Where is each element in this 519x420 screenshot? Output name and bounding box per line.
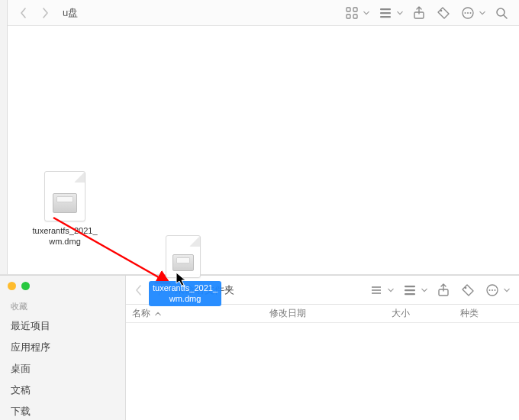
svg-point-12 — [470, 12, 472, 14]
svg-point-11 — [467, 12, 469, 14]
ellipsis-circle-icon — [461, 6, 475, 20]
dmg-file-icon — [44, 171, 85, 221]
chevron-down-icon[interactable] — [363, 10, 369, 16]
column-label-name: 名称 — [132, 307, 150, 320]
source-finder-window: u盘 — [0, 0, 519, 275]
tags-button[interactable] — [459, 282, 476, 299]
column-header-name[interactable]: 名称 — [132, 307, 269, 320]
back-button[interactable] — [17, 6, 31, 20]
svg-line-14 — [504, 15, 507, 18]
window1-toolbar: u盘 — [8, 0, 519, 26]
group-icon — [379, 6, 392, 20]
traffic-lights — [0, 282, 125, 298]
list-icon — [369, 283, 383, 297]
more-button[interactable] — [459, 5, 476, 21]
group-button[interactable] — [377, 5, 394, 21]
dragged-file-label: tuxerantfs_2021_ wm.dmg — [149, 281, 221, 306]
grid-icon — [345, 6, 359, 20]
dmg-file-icon — [166, 235, 201, 278]
svg-point-27 — [495, 289, 496, 291]
column-header-date[interactable]: 修改日期 — [269, 307, 392, 320]
minimize-button[interactable] — [8, 282, 16, 290]
window1-title: u盘 — [63, 6, 78, 20]
svg-point-8 — [440, 9, 443, 11]
svg-rect-1 — [353, 8, 357, 11]
ellipsis-circle-icon — [485, 283, 499, 297]
column-headers: 名称 修改日期 大小 种类 — [126, 305, 519, 323]
forward-button[interactable] — [38, 6, 52, 20]
share-icon — [412, 6, 426, 20]
chevron-down-icon[interactable] — [388, 287, 394, 293]
search-icon — [495, 6, 508, 20]
chevron-down-icon[interactable] — [504, 287, 510, 293]
search-button[interactable] — [493, 5, 510, 21]
destination-finder-window: 收藏 最近项目 应用程序 桌面 文稿 下载 未命名文件夹 — [0, 275, 519, 420]
svg-rect-2 — [347, 15, 350, 18]
tag-icon — [437, 6, 450, 20]
group-button[interactable] — [401, 282, 418, 299]
column-header-kind[interactable]: 种类 — [460, 307, 519, 320]
sidebar-item-recents[interactable]: 最近项目 — [0, 315, 125, 337]
window2-file-list[interactable] — [126, 323, 519, 420]
sidebar-item-downloads[interactable]: 下载 — [0, 401, 125, 420]
chevron-left-icon — [20, 8, 27, 18]
sidebar-section-favorites: 收藏 — [0, 298, 125, 315]
chevron-down-icon[interactable] — [479, 10, 485, 16]
svg-rect-6 — [380, 16, 391, 18]
svg-rect-19 — [405, 286, 415, 287]
window2-sidebar: 收藏 最近项目 应用程序 桌面 文稿 下载 — [0, 276, 126, 420]
zoom-button[interactable] — [21, 282, 30, 290]
share-button[interactable] — [411, 5, 427, 21]
icon-view-button[interactable] — [343, 5, 360, 21]
list-view-button[interactable] — [368, 282, 385, 299]
sidebar-item-desktop[interactable]: 桌面 — [0, 358, 125, 380]
svg-rect-3 — [353, 15, 357, 18]
column-header-size[interactable]: 大小 — [392, 307, 460, 320]
chevron-down-icon[interactable] — [421, 287, 427, 293]
chevron-left-icon — [135, 285, 143, 296]
tag-icon — [461, 283, 475, 297]
svg-point-26 — [492, 289, 493, 291]
sidebar-item-applications[interactable]: 应用程序 — [0, 337, 125, 358]
share-button[interactable] — [435, 282, 452, 299]
chevron-right-icon — [41, 8, 49, 18]
back-button[interactable] — [132, 283, 146, 297]
window1-main: u盘 — [8, 0, 519, 274]
dragged-file[interactable]: tuxerantfs_2021_ wm.dmg — [149, 235, 218, 306]
file-item-dmg[interactable]: tuxerantfs_2021_ wm.dmg — [27, 171, 103, 248]
svg-rect-5 — [380, 12, 391, 14]
window1-content[interactable]: tuxerantfs_2021_ wm.dmg — [8, 26, 519, 274]
group-icon — [403, 283, 417, 297]
sidebar-item-documents[interactable]: 文稿 — [0, 380, 125, 401]
svg-rect-0 — [347, 8, 350, 11]
file-label: tuxerantfs_2021_ wm.dmg — [30, 225, 99, 248]
svg-point-10 — [465, 12, 466, 14]
svg-rect-21 — [405, 293, 415, 295]
svg-rect-20 — [405, 289, 415, 291]
more-button[interactable] — [484, 282, 501, 299]
svg-point-23 — [465, 286, 467, 289]
tags-button[interactable] — [435, 5, 452, 21]
svg-point-25 — [489, 289, 491, 291]
svg-rect-4 — [380, 8, 391, 10]
share-icon — [437, 283, 450, 297]
sort-ascending-icon — [155, 311, 161, 317]
sidebar-sliver — [0, 0, 8, 274]
chevron-down-icon[interactable] — [397, 10, 403, 16]
